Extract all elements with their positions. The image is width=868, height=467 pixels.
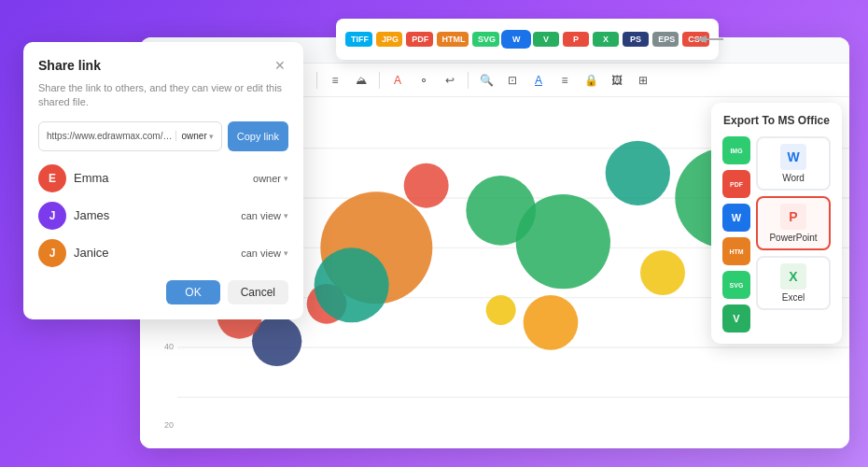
- export-side-vis[interactable]: V: [722, 304, 750, 333]
- export-side-img[interactable]: IMG: [722, 136, 750, 164]
- format-jpg[interactable]: JPG: [376, 32, 402, 47]
- tool-connect[interactable]: ⚬: [413, 70, 434, 91]
- export-label-powerpoint: PowerPoint: [769, 233, 817, 243]
- perm-chevron: ▾: [209, 132, 214, 141]
- format-ps[interactable]: PS: [623, 32, 649, 47]
- export-icon-powerpoint: P: [780, 204, 806, 230]
- export-option-powerpoint[interactable]: PPowerPoint: [756, 196, 831, 250]
- tool-grid2[interactable]: ⊞: [633, 70, 653, 91]
- bubble: [524, 295, 579, 350]
- tool-frame[interactable]: ⊡: [502, 70, 523, 91]
- format-eps[interactable]: EPS: [652, 32, 679, 47]
- y-label-40: 40: [164, 342, 174, 351]
- sep2: [316, 72, 317, 89]
- export-panel: Export To MS Office IMGPDFWHTMSVGV WWord…: [711, 103, 842, 344]
- bubble: [315, 248, 389, 322]
- link-permission[interactable]: owner ▾: [175, 131, 214, 141]
- tool-mountain[interactable]: ⛰: [351, 70, 371, 91]
- cancel-button[interactable]: Cancel: [228, 280, 288, 304]
- user-permission[interactable]: owner ▾: [253, 173, 288, 184]
- format-html[interactable]: HTML: [437, 32, 469, 47]
- export-side-html2[interactable]: HTM: [722, 237, 750, 265]
- avatar: J: [38, 202, 66, 230]
- close-button[interactable]: ✕: [272, 57, 288, 74]
- export-icon-excel: X: [780, 263, 806, 290]
- export-side-pdf[interactable]: PDF: [722, 170, 750, 198]
- bubble: [404, 163, 449, 208]
- export-right-options: WWordPPowerPointXExcel: [756, 136, 831, 333]
- dialog-description: Share the link to others, and they can v…: [38, 81, 288, 110]
- dialog-title: Share link: [38, 58, 101, 73]
- bubble: [606, 141, 670, 205]
- export-title: Export To MS Office: [722, 114, 831, 127]
- perm-chevron: ▾: [284, 248, 288, 258]
- export-side-svg2[interactable]: SVG: [722, 271, 750, 299]
- share-dialog: Share link ✕ Share the link to others, a…: [23, 42, 303, 319]
- dialog-header: Share link ✕: [38, 57, 288, 74]
- tool-fill[interactable]: A: [387, 70, 408, 91]
- bubble: [516, 194, 610, 289]
- perm-chevron: ▾: [284, 174, 288, 183]
- export-option-word[interactable]: WWord: [756, 136, 831, 191]
- copy-link-button[interactable]: Copy link: [228, 121, 288, 151]
- export-label-word: Word: [782, 173, 805, 183]
- export-main-options: IMGPDFWHTMSVGV WWordPPowerPointXExcel: [722, 136, 831, 333]
- link-row: owner ▾ Copy link: [38, 121, 288, 151]
- user-permission[interactable]: can view ▾: [241, 210, 288, 221]
- sep4: [468, 72, 469, 89]
- format-svg[interactable]: SVG: [472, 32, 499, 47]
- sep3: [379, 72, 380, 89]
- export-left-icons: IMGPDFWHTMSVGV: [722, 136, 750, 333]
- format-visio[interactable]: V: [533, 32, 559, 47]
- format-ppt[interactable]: P: [563, 32, 589, 47]
- format-pdf[interactable]: PDF: [406, 32, 432, 47]
- user-name: Janice: [74, 246, 233, 260]
- avatar: J: [38, 239, 66, 267]
- user-permission[interactable]: can view ▾: [241, 248, 288, 259]
- tool-align[interactable]: ≡: [325, 70, 345, 91]
- avatar: E: [38, 164, 66, 192]
- export-option-excel[interactable]: XExcel: [756, 256, 831, 310]
- y-label-20: 20: [164, 420, 174, 430]
- user-row: EEmmaowner ▾: [38, 164, 288, 192]
- user-row: JJanicecan view ▾: [38, 239, 288, 267]
- tool-menu1[interactable]: ≡: [554, 70, 575, 91]
- users-list: EEmmaowner ▾JJamescan view ▾JJanicecan v…: [38, 164, 288, 267]
- arrow-indicator: [691, 30, 728, 52]
- perm-chevron: ▾: [284, 211, 288, 220]
- format-excel[interactable]: X: [593, 32, 619, 47]
- bubble: [486, 295, 516, 325]
- tool-zoom[interactable]: 🔍: [476, 70, 497, 91]
- format-toolbar: TIFFJPGPDFHTMLSVGWVPXPSEPSCSV: [336, 19, 719, 60]
- export-icon-word: W: [780, 144, 806, 170]
- bubble: [640, 250, 685, 295]
- tool-img[interactable]: 🖼: [607, 70, 627, 91]
- format-word[interactable]: W: [503, 32, 529, 47]
- tool-line[interactable]: A: [528, 70, 549, 91]
- user-name: Emma: [74, 171, 245, 185]
- tool-lock[interactable]: 🔒: [581, 70, 601, 91]
- format-tiff[interactable]: TIFF: [345, 32, 372, 47]
- user-row: JJamescan view ▾: [38, 202, 288, 230]
- tool-curve[interactable]: ↩: [440, 70, 460, 91]
- dialog-actions: OK Cancel: [38, 280, 288, 304]
- export-label-excel: Excel: [782, 292, 805, 303]
- export-side-word2[interactable]: W: [722, 204, 750, 232]
- user-name: James: [74, 208, 233, 222]
- link-input[interactable]: [47, 131, 175, 141]
- link-input-wrap: owner ▾: [38, 121, 222, 151]
- ok-button[interactable]: OK: [166, 280, 219, 304]
